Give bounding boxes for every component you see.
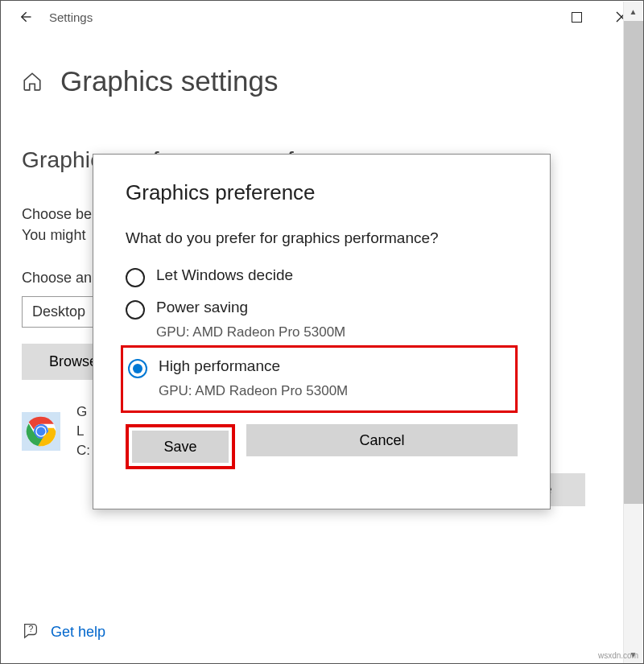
radio-label: High performance [159, 357, 280, 375]
radio-icon [126, 268, 145, 287]
radio-sublabel: GPU: AMD Radeon Pro 5300M [156, 324, 518, 340]
radio-high-performance[interactable]: High performance [128, 353, 510, 385]
radio-label: Power saving [156, 299, 248, 316]
radio-power-saving[interactable]: Power saving [126, 294, 518, 326]
radio-sublabel: GPU: AMD Radeon Pro 5300M [159, 383, 510, 399]
app-meta: G L C: [76, 402, 90, 460]
back-button[interactable] [9, 1, 41, 33]
save-button[interactable]: Save [132, 431, 229, 463]
maximize-button[interactable] [555, 1, 599, 33]
cancel-button[interactable]: Cancel [246, 424, 518, 456]
dialog-title: Graphics preference [126, 180, 518, 205]
highlight-high-performance: High performance GPU: AMD Radeon Pro 530… [121, 345, 518, 413]
highlight-save: Save [126, 424, 235, 469]
home-icon[interactable] [22, 71, 43, 92]
titlebar: Settings [1, 1, 643, 33]
dropdown-value: Desktop [32, 303, 85, 320]
scroll-thumb[interactable] [624, 21, 643, 504]
page-heading: Graphics settings [60, 65, 278, 97]
get-help-link[interactable]: Get help [51, 624, 105, 641]
scroll-up-icon[interactable]: ▲ [630, 2, 638, 21]
watermark: wsxdn.com [598, 651, 638, 660]
dialog-prompt: What do you prefer for graphics performa… [126, 229, 518, 247]
svg-text:?: ? [28, 624, 33, 633]
radio-let-windows-decide[interactable]: Let Windows decide [126, 262, 518, 294]
svg-point-3 [37, 427, 46, 435]
window-title: Settings [41, 10, 93, 24]
radio-icon [126, 300, 145, 320]
scrollbar[interactable]: ▲ ▼ [623, 2, 642, 664]
help-icon: ? [22, 621, 39, 642]
graphics-preference-dialog: Graphics preference What do you prefer f… [93, 154, 551, 509]
radio-label: Let Windows decide [156, 266, 293, 284]
radio-icon-selected [128, 359, 147, 378]
minimize-button[interactable] [510, 1, 555, 33]
chrome-icon [22, 412, 60, 451]
